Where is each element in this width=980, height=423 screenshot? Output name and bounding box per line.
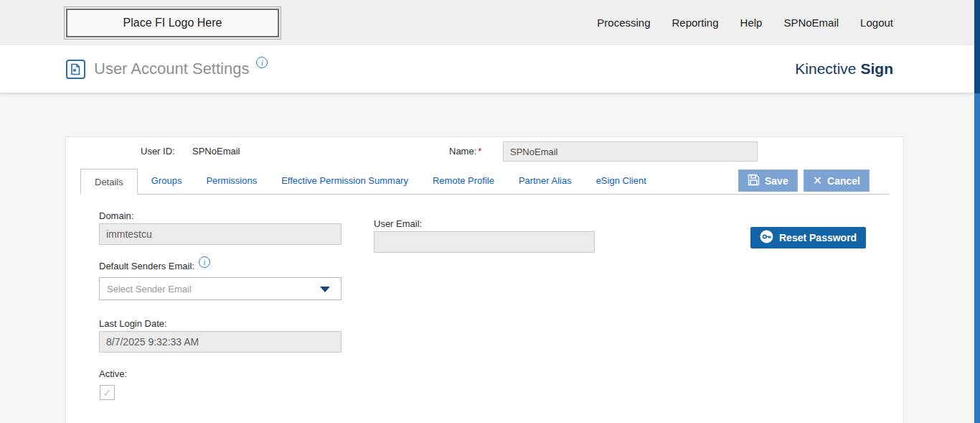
page-header: User Account Settings i KinectiveSign — [0, 45, 980, 93]
name-label: Name:* — [449, 146, 481, 157]
cancel-button[interactable]: ✕ Cancel — [804, 169, 870, 192]
active-label: Active: — [99, 368, 127, 379]
brand-name-regular: Kinective — [795, 60, 856, 77]
brand-name-bold: Sign — [861, 60, 894, 77]
cancel-x-icon: ✕ — [813, 175, 822, 187]
account-identity-row: User ID: SPNoEmail Name:* — [66, 137, 903, 168]
page-title: User Account Settings — [94, 60, 249, 78]
scrollbar-thumb[interactable] — [974, 0, 980, 93]
check-icon: ✓ — [103, 387, 112, 398]
name-label-text: Name: — [449, 146, 476, 157]
save-button[interactable]: Save — [738, 169, 798, 192]
fi-logo-placeholder: Place FI Logo Here — [66, 9, 279, 37]
name-input[interactable] — [503, 141, 758, 162]
brand-logo: KinectiveSign — [795, 60, 893, 78]
user-email-label: User Email: — [374, 218, 422, 229]
tab-effective-permission-summary[interactable]: Effective Permission Summary — [281, 175, 408, 186]
user-id-label: User ID: — [141, 146, 175, 157]
fi-logo-text: Place FI Logo Here — [123, 17, 222, 29]
scrollbar[interactable] — [974, 0, 980, 423]
reset-password-label: Reset Password — [779, 232, 857, 243]
nav-reporting[interactable]: Reporting — [672, 17, 719, 29]
user-account-settings-icon — [66, 60, 85, 79]
page-header-left: User Account Settings i — [66, 60, 268, 79]
dropdown-caret-icon — [320, 287, 330, 292]
default-senders-email-label-row: Default Senders Email: i — [99, 260, 210, 271]
info-glyph: i — [203, 258, 205, 266]
default-senders-email-label: Default Senders Email: — [99, 261, 194, 271]
nav-processing[interactable]: Processing — [597, 17, 650, 29]
domain-label: Domain: — [99, 210, 133, 221]
tab-bar: Details Groups Permissions Effective Per… — [80, 168, 889, 195]
active-checkbox[interactable]: ✓ — [100, 385, 115, 400]
tab-partner-alias[interactable]: Partner Alias — [519, 175, 572, 186]
domain-input — [99, 223, 341, 245]
required-asterisk: * — [478, 146, 481, 157]
details-form: Domain: User Email: Reset Password Defau… — [66, 195, 903, 423]
last-login-date-input — [99, 331, 341, 353]
save-icon — [748, 174, 760, 188]
tab-details[interactable]: Details — [80, 169, 138, 195]
title-info-icon[interactable]: i — [256, 57, 268, 68]
tab-permissions[interactable]: Permissions — [206, 175, 257, 186]
main-content: User ID: SPNoEmail Name:* Details Groups… — [0, 136, 980, 423]
user-email-input — [374, 231, 595, 253]
user-id-value: SPNoEmail — [192, 146, 240, 157]
reset-password-button[interactable]: Reset Password — [750, 227, 866, 248]
top-bar: Place FI Logo Here Processing Reporting … — [0, 0, 980, 45]
last-login-date-label: Last Login Date: — [99, 318, 167, 329]
save-label: Save — [765, 175, 788, 187]
default-senders-email-info-icon[interactable]: i — [199, 256, 210, 268]
nav-logout[interactable]: Logout — [860, 17, 893, 29]
tab-groups[interactable]: Groups — [151, 175, 182, 186]
cancel-label: Cancel — [827, 175, 860, 187]
tab-esign-client[interactable]: eSign Client — [596, 175, 646, 186]
user-account-card: User ID: SPNoEmail Name:* Details Groups… — [65, 136, 904, 423]
info-glyph: i — [261, 58, 263, 67]
nav-current-user[interactable]: SPNoEmail — [783, 17, 839, 29]
tab-remote-profile[interactable]: Remote Profile — [433, 175, 494, 186]
top-nav: Processing Reporting Help SPNoEmail Logo… — [597, 17, 893, 29]
default-sender-email-select[interactable]: Select Sender Email — [99, 277, 341, 300]
nav-help[interactable]: Help — [740, 17, 763, 29]
default-sender-email-placeholder: Select Sender Email — [107, 284, 192, 294]
key-icon — [760, 230, 773, 246]
tab-actions: Save ✕ Cancel — [738, 169, 870, 192]
